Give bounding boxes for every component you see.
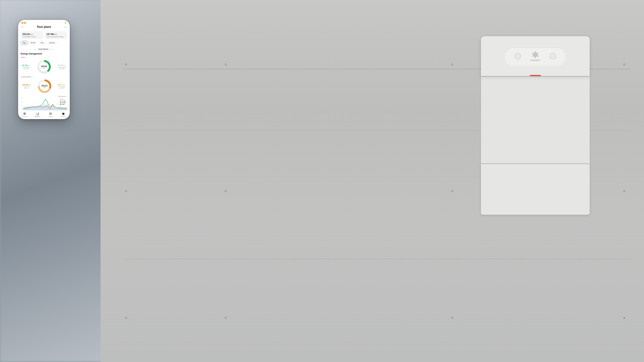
tab-month[interactable]: Month xyxy=(28,41,38,45)
consumption-unit: kWh xyxy=(30,33,33,35)
legend-time: 12:00 xyxy=(60,99,66,100)
cons-center-unit: kWh xyxy=(42,87,48,88)
date-prev-button[interactable]: ‹ xyxy=(35,48,36,51)
devices-label: Devices xyxy=(61,116,66,117)
concrete-dot xyxy=(623,317,625,319)
legend-value-1: 0.9 kW xyxy=(62,102,66,103)
legend-item-1: 0.9 kW xyxy=(60,102,66,103)
cons-grid-value: 98.73kWh xyxy=(58,84,66,86)
nav-devices[interactable]: ▣ Devices xyxy=(57,112,70,117)
concrete-dot xyxy=(125,63,127,65)
cons-grid-label: From grid xyxy=(58,86,66,88)
yield-donut-chart: 143.62 kWh xyxy=(37,59,51,74)
tab-year[interactable]: Year xyxy=(38,41,46,45)
fullscreen-icon: ↗ xyxy=(66,96,67,97)
device-mid-section xyxy=(481,76,590,163)
wifi-icon: 🛜 xyxy=(24,22,26,24)
yield-section: Yield ℹ 92.38kWh Consumed (64.32%) xyxy=(18,56,70,75)
status-bar: 📶 🛜 🔋 xyxy=(18,20,70,24)
chart-y-axis: 4.0 3.2 2.4 1.6 xyxy=(21,98,22,110)
nav-overview[interactable]: ⊞ Overview xyxy=(18,112,31,117)
y-label-32: 3.2 xyxy=(21,101,22,102)
self-consumption-unit: kWh xyxy=(54,33,57,35)
huawei-flower-icon xyxy=(531,51,540,58)
chart-graph: 4.0 3.2 2.4 1.6 xyxy=(21,98,67,110)
nav-statistics[interactable]: 📊 Statistics xyxy=(31,112,44,117)
yield-label: Yield ℹ xyxy=(21,56,67,58)
yield-consumed-pct: (64.32%) xyxy=(22,68,30,69)
cons-pv-value: 124.49kWh xyxy=(22,84,31,86)
device-red-indicator xyxy=(530,75,541,76)
y-label-24: 2.4 xyxy=(21,105,22,106)
date-next-button[interactable]: › xyxy=(52,48,53,51)
device-left-circle xyxy=(514,53,521,59)
battery-icon: 🔋 xyxy=(64,22,66,24)
concrete-dot xyxy=(125,317,127,319)
huawei-logo: HUAWEI xyxy=(530,51,540,61)
consumption-sub-label: Consumption ℹ xyxy=(21,76,67,78)
cons-grid-stat: 98.73kWh From grid (44.23%) xyxy=(58,84,66,89)
concrete-dot xyxy=(225,63,227,65)
back-button[interactable]: ← xyxy=(21,25,24,28)
y-label-16: 1.6 xyxy=(21,109,22,110)
cons-pv-stat: 124.49kWh From PV (55.77%) xyxy=(22,84,31,89)
yield-fed-value: 51.24kWh xyxy=(58,64,66,66)
concrete-dot xyxy=(451,63,453,65)
yield-fed-label: Fed to grid xyxy=(58,67,66,68)
consumption-center-text: 223.22 kWh xyxy=(42,84,48,88)
signal-icons: 📶 🛜 xyxy=(22,22,26,24)
nav-layout[interactable]: ⊟ Layout xyxy=(44,112,57,117)
date-display: 2022/09/03 ▾ xyxy=(38,48,50,50)
layout-icon: ⊟ xyxy=(49,112,52,115)
cons-pv-pct: (55.77%) xyxy=(22,88,31,89)
devices-icon: ▣ xyxy=(62,112,65,115)
yield-center-value: 143.62 xyxy=(41,65,47,67)
yield-donut-area: 92.38kWh Consumed (64.32%) xyxy=(21,59,67,74)
more-options-button[interactable]: ⋯ xyxy=(64,25,67,29)
consumption-info-icon: ℹ xyxy=(32,76,32,78)
app-header: ← Test plant ⋯ xyxy=(18,24,70,30)
stats-cards-row: 223.22kWh Consumption today 127.98kWh Se… xyxy=(18,30,70,41)
chart-legend: 12:00 1.2 kW 0.9 kW 0 kW xyxy=(58,98,67,106)
concrete-dot xyxy=(451,317,453,319)
huawei-device: HUAWEI xyxy=(481,36,590,215)
chart-canvas: 12:00 1.2 kW 0.9 kW 0 kW xyxy=(23,98,67,110)
yield-consumed-label: Consumed xyxy=(22,67,30,68)
self-consumption-card: 127.98kWh Self-consumption energy xyxy=(45,31,68,39)
yield-fed-pct: (35.68%) xyxy=(58,68,66,69)
legend-dot-green xyxy=(60,102,61,103)
yield-consumed-value: 92.38kWh xyxy=(22,64,30,66)
legend-value-2: 0 kW xyxy=(62,104,64,105)
yield-center-unit: kWh xyxy=(41,67,47,69)
device-pill: HUAWEI xyxy=(504,47,566,65)
consumption-donut-area: 124.49kWh From PV (55.77%) 223. xyxy=(21,79,67,93)
device-bottom-section xyxy=(481,164,590,215)
cons-grid-pct: (44.23%) xyxy=(58,88,66,89)
plant-title: Test plant xyxy=(36,25,51,29)
tab-lifetime[interactable]: Lifetime xyxy=(47,41,57,45)
chart-area: Full Screen ↗ 4.0 3.2 2.4 1.6 xyxy=(18,95,70,110)
time-period-tabs: Day Month Year Lifetime xyxy=(18,41,70,46)
legend-value-0: 1.2 kW xyxy=(62,100,66,102)
phone-mockup: 📶 🛜 🔋 ← Test plant ⋯ 223.22kWh Consumpti… xyxy=(18,20,70,119)
yield-fed-stat: 51.24kWh Fed to grid (35.68%) xyxy=(58,64,66,69)
consumption-label: Consumption today xyxy=(22,36,42,38)
fullscreen-button[interactable]: Full Screen ↗ xyxy=(21,96,67,97)
consumption-donut-chart: 223.22 kWh xyxy=(37,79,52,93)
energy-management-title: Energy management xyxy=(18,52,70,56)
consumption-today-card: 223.22kWh Consumption today xyxy=(21,31,43,39)
bottom-navigation: ⊞ Overview 📊 Statistics ⊟ Layout ▣ Devic… xyxy=(18,110,70,119)
device-top-section: HUAWEI xyxy=(481,36,590,76)
device-right-circle xyxy=(550,53,556,59)
date-navigation: ‹ 2022/09/03 ▾ › xyxy=(18,46,70,52)
tab-day[interactable]: Day xyxy=(21,41,28,45)
concrete-dot xyxy=(623,63,625,65)
yield-info-icon: ℹ xyxy=(25,57,26,58)
legend-item-0: 1.2 kW xyxy=(60,100,66,102)
statistics-label: Statistics xyxy=(34,116,40,117)
legend-dot-orange xyxy=(60,101,61,102)
self-consumption-label: Self-consumption energy xyxy=(46,36,66,38)
layout-label: Layout xyxy=(48,116,52,117)
yield-center-text: 143.62 kWh xyxy=(41,65,47,69)
y-label-4: 4.0 xyxy=(21,98,22,99)
